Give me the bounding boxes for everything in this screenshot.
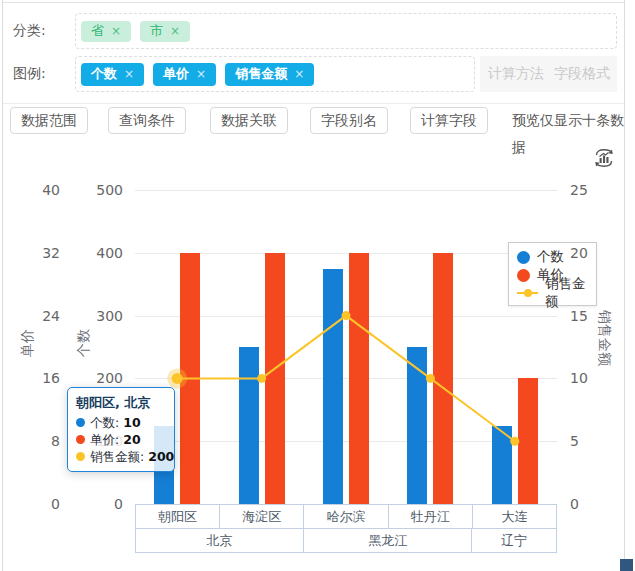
x-axis-group-cell: 北京 bbox=[136, 529, 303, 552]
legend-item-label: 销售金额 bbox=[545, 275, 596, 311]
x-axis-category-cell: 哈尔滨 bbox=[303, 505, 387, 528]
tooltip-series-dot bbox=[76, 435, 85, 444]
x-axis-category-cell: 朝阳区 bbox=[136, 505, 219, 528]
field-tag-0[interactable]: 省× bbox=[81, 21, 131, 42]
left-border bbox=[2, 0, 3, 571]
remove-icon[interactable]: × bbox=[196, 67, 206, 81]
toolbar-button-2[interactable]: 数据关联 bbox=[210, 107, 288, 134]
remove-icon[interactable]: × bbox=[111, 24, 121, 38]
axis-tick-label: 25 bbox=[570, 181, 615, 199]
axis-tick-label: 5 bbox=[570, 432, 615, 450]
axis-tick-label: 40 bbox=[15, 181, 60, 199]
x-axis-category-cell: 牡丹江 bbox=[388, 505, 472, 528]
tooltip-row-1: 单价: 20 bbox=[76, 431, 166, 448]
axis-tick-label: 10 bbox=[570, 369, 615, 387]
axis-tick-label: 400 bbox=[78, 244, 123, 262]
toolbar-button-4[interactable]: 计算字段 bbox=[410, 107, 488, 134]
tooltip-row-2: 销售金额: 200 bbox=[76, 448, 166, 465]
bar-series1-cat3[interactable] bbox=[433, 253, 453, 504]
bar-series0-cat4[interactable] bbox=[492, 426, 512, 505]
axis-tick-label: 0 bbox=[570, 495, 615, 513]
remove-icon[interactable]: × bbox=[294, 67, 304, 81]
tooltip-series-text: 个数: 10 bbox=[90, 414, 141, 431]
x-axis-group-cell: 辽宁 bbox=[471, 529, 556, 552]
toolbar-button-1[interactable]: 查询条件 bbox=[108, 107, 186, 134]
preview-note: 预览仅显示十条数据 bbox=[512, 107, 635, 134]
bar-series0-cat2[interactable] bbox=[323, 269, 343, 505]
divider bbox=[3, 103, 624, 104]
x-axis-row-provinces: 北京黑龙江辽宁 bbox=[136, 528, 556, 552]
axis-tick-label: 16 bbox=[15, 369, 60, 387]
right-border bbox=[624, 0, 625, 571]
bar-series1-cat0[interactable] bbox=[180, 253, 200, 504]
axis-tick-label: 0 bbox=[78, 495, 123, 513]
legend-item-label: 个数 bbox=[537, 248, 564, 266]
legend-line-marker bbox=[517, 292, 538, 294]
field-tag-1[interactable]: 单价× bbox=[153, 63, 216, 86]
legend-item-2[interactable]: 销售金额 bbox=[517, 284, 596, 302]
axis-title-count: 个数 bbox=[75, 329, 93, 357]
toolbar-button-0[interactable]: 数据范围 bbox=[10, 107, 88, 134]
axis-tick-label: 24 bbox=[15, 307, 60, 325]
tooltip-title: 朝阳区, 北京 bbox=[76, 394, 166, 412]
axis-tick-label: 500 bbox=[78, 181, 123, 199]
remove-icon[interactable]: × bbox=[170, 24, 180, 38]
top-border bbox=[2, 2, 624, 3]
disabled-actions-panel: 计算方法 字段格式 bbox=[480, 56, 617, 92]
axis-title-unit-price: 单价 bbox=[19, 329, 37, 357]
tooltip-series-text: 销售金额: 200 bbox=[90, 448, 174, 465]
scrollbar-thumb[interactable] bbox=[620, 559, 633, 571]
field-tag-2[interactable]: 销售金额× bbox=[225, 63, 314, 86]
calc-method-action: 计算方法 bbox=[488, 65, 544, 83]
tooltip-series-text: 单价: 20 bbox=[90, 431, 141, 448]
field-tag-label: 个数 bbox=[91, 65, 117, 83]
axis-tick-label: 8 bbox=[15, 432, 60, 450]
axis-tick-label: 300 bbox=[78, 307, 123, 325]
axis-tick-label: 200 bbox=[78, 369, 123, 387]
field-tag-label: 单价 bbox=[163, 65, 189, 83]
gridline bbox=[135, 190, 557, 191]
bar-series1-cat2[interactable] bbox=[349, 253, 369, 504]
x-axis-group-cell: 黑龙江 bbox=[303, 529, 471, 552]
tooltip-series-dot bbox=[76, 452, 85, 461]
field-tag-label: 销售金额 bbox=[235, 65, 287, 83]
legend-circle-marker bbox=[517, 269, 530, 282]
category-row-label: 分类: bbox=[13, 22, 46, 40]
legend-circle-marker bbox=[517, 251, 530, 264]
x-axis-row-districts: 朝阳区海淀区哈尔滨牡丹江大连 bbox=[136, 505, 556, 528]
axis-tick-label: 32 bbox=[15, 244, 60, 262]
legend-row-label: 图例: bbox=[13, 65, 46, 83]
bar-series1-cat1[interactable] bbox=[265, 253, 285, 504]
bar-series0-cat3[interactable] bbox=[407, 347, 427, 504]
field-tag-1[interactable]: 市× bbox=[140, 21, 190, 42]
x-axis-category-cell: 海淀区 bbox=[219, 505, 303, 528]
axis-tick-label: 20 bbox=[570, 244, 615, 262]
field-tag-label: 省 bbox=[91, 22, 104, 40]
field-tag-label: 市 bbox=[150, 22, 163, 40]
legend-drop-zone[interactable]: 个数×单价×销售金额× bbox=[75, 56, 475, 92]
axis-tick-label: 0 bbox=[15, 495, 60, 513]
axis-tick-label: 15 bbox=[570, 307, 615, 325]
chart-tooltip: 朝阳区, 北京 个数: 10单价: 20销售金额: 200 bbox=[67, 387, 175, 472]
category-drop-zone[interactable]: 省×市× bbox=[75, 13, 617, 49]
remove-icon[interactable]: × bbox=[124, 67, 134, 81]
chart-designer-panel: 分类: 省×市× 图例: 个数×单价×销售金额× 计算方法 字段格式 数据范围查… bbox=[0, 0, 635, 571]
tooltip-series-dot bbox=[76, 418, 85, 427]
field-format-action: 字段格式 bbox=[554, 65, 610, 83]
x-axis-category-cell: 大连 bbox=[472, 505, 556, 528]
bar-series0-cat1[interactable] bbox=[239, 347, 259, 504]
field-tag-0[interactable]: 个数× bbox=[81, 63, 144, 86]
toolbar-button-3[interactable]: 字段别名 bbox=[310, 107, 388, 134]
tooltip-row-0: 个数: 10 bbox=[76, 414, 166, 431]
bar-series1-cat4[interactable] bbox=[518, 378, 538, 504]
switch-chart-icon[interactable] bbox=[592, 146, 616, 170]
x-axis-table: 朝阳区海淀区哈尔滨牡丹江大连北京黑龙江辽宁 bbox=[135, 504, 557, 553]
